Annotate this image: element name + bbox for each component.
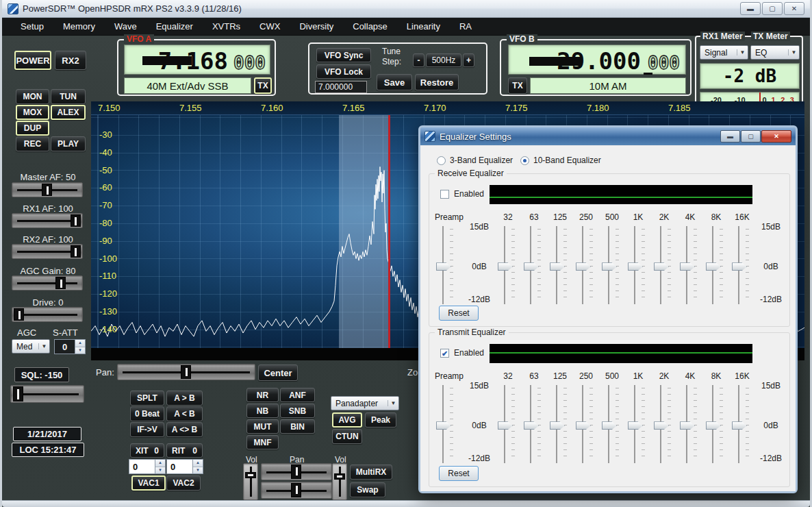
alex-button[interactable]: ALEX [51, 105, 86, 120]
agc-mode-select[interactable]: Med▼ [12, 339, 50, 354]
vfo-a-band-display[interactable]: 40M Ext/Adv SSB [124, 77, 251, 94]
rx-eq-band-slider[interactable] [703, 225, 729, 306]
tx-eq-band-slider[interactable] [677, 384, 703, 465]
dialog-minimize-button[interactable]: ▬ [720, 130, 740, 143]
eq-slider-thumb[interactable] [732, 421, 747, 430]
swap-button[interactable]: Swap [350, 482, 385, 497]
restore-button[interactable]: Restore [415, 74, 459, 90]
vfo-a-frequency-display[interactable]: 7.168 000 [124, 45, 270, 75]
radio-3-band[interactable]: 3-Band Equalizer [437, 156, 513, 165]
menu-item[interactable]: CWX [251, 19, 289, 34]
rit-stepper[interactable]: 0 ▲▼ [166, 459, 203, 474]
eq-slider-thumb[interactable] [628, 421, 643, 430]
menu-item[interactable]: Wave [105, 19, 146, 34]
eq-slider-thumb[interactable] [524, 421, 539, 430]
agc-gain-slider[interactable] [12, 275, 83, 290]
avg-button[interactable]: AVG [332, 412, 362, 428]
bin-button[interactable]: BIN [280, 419, 315, 434]
spin-up-icon[interactable]: ▲ [193, 460, 203, 467]
zero-beat-button[interactable]: 0 Beat [130, 406, 164, 421]
a-swap-b-button[interactable]: A <> B [166, 422, 203, 437]
a-to-b-button[interactable]: A > B [166, 391, 203, 406]
b-to-a-button[interactable]: A < B [166, 406, 203, 421]
sql-button[interactable]: SQL: -150 [14, 367, 69, 382]
menu-item[interactable]: Diversity [290, 19, 342, 34]
rx-eq-band-slider[interactable] [573, 225, 599, 306]
tx-eq-band-slider[interactable] [521, 384, 547, 465]
eq-slider-thumb[interactable] [576, 421, 591, 430]
menu-item[interactable]: Memory [54, 19, 104, 34]
rx-eq-band-slider[interactable] [599, 225, 625, 306]
nr-button[interactable]: NR [246, 388, 279, 402]
vfo-sync-button[interactable]: VFO Sync [316, 48, 371, 62]
eq-slider-thumb[interactable] [706, 421, 721, 430]
multirx-button[interactable]: MultiRX [350, 465, 392, 480]
equalizer-dialog-titlebar[interactable]: Equalizer Settings ▬ ▢ ✕ [420, 127, 796, 145]
eq-slider-thumb[interactable] [550, 421, 565, 430]
rx-eq-band-slider[interactable] [625, 225, 651, 306]
eq-slider-thumb[interactable] [654, 421, 669, 430]
snb-button[interactable]: SNB [280, 404, 315, 418]
rx2-pan-slider[interactable] [261, 482, 332, 499]
menu-item[interactable]: Setup [12, 19, 53, 34]
vfo-a-tx-button[interactable]: TX [254, 77, 272, 94]
menu-item[interactable]: XVTRs [203, 19, 249, 34]
nb-button[interactable]: NB [246, 404, 279, 418]
radio-icon[interactable] [437, 156, 446, 165]
eq-slider-thumb[interactable] [680, 421, 695, 430]
rx-eq-band-slider[interactable] [677, 225, 703, 306]
tune-cursor[interactable] [388, 115, 390, 348]
vfo-b-tx-button[interactable]: TX [508, 77, 527, 94]
spin-up-icon[interactable]: ▲ [155, 460, 165, 467]
eq-slider-thumb[interactable] [576, 262, 591, 271]
step-down-button[interactable]: - [413, 53, 424, 67]
eq-slider-thumb[interactable] [706, 262, 721, 271]
ctun-button[interactable]: CTUN [332, 429, 362, 444]
rx1-pan-slider[interactable] [261, 463, 332, 480]
dialog-close-button[interactable]: ✕ [761, 130, 791, 143]
vfo-lock-button[interactable]: VFO Lock [316, 64, 371, 79]
radio-selected-icon[interactable] [520, 156, 529, 165]
rx-preamp-slider[interactable] [433, 225, 464, 306]
mox-button[interactable]: MOX [16, 105, 49, 120]
if-to-vfo-button[interactable]: IF->V [130, 422, 164, 437]
tun-button[interactable]: TUN [51, 89, 86, 104]
rx-eq-band-slider[interactable] [521, 225, 547, 306]
tx-enabled-checkbox[interactable]: ✔Enabled [440, 348, 484, 358]
eq-slider-thumb[interactable] [628, 262, 643, 271]
vfo-b-frequency-display[interactable]: 29.000 000 [508, 45, 686, 75]
rx1-meter-select[interactable]: Signal▼ [700, 45, 748, 60]
spin-down-icon[interactable]: ▼ [75, 347, 85, 354]
eq-slider-thumb[interactable] [436, 421, 451, 430]
eq-slider-thumb[interactable] [550, 262, 565, 271]
close-button[interactable]: ✕ [784, 2, 804, 15]
tx-meter-select[interactable]: EQ▼ [750, 45, 800, 60]
spin-down-icon[interactable]: ▼ [193, 467, 203, 474]
rx-eq-band-slider[interactable] [729, 225, 755, 306]
tx-eq-band-slider[interactable] [651, 384, 677, 465]
sql-slider[interactable] [10, 385, 84, 403]
eq-slider-thumb[interactable] [732, 262, 747, 271]
mnf-button[interactable]: MNF [246, 435, 279, 449]
rx-eq-band-slider[interactable] [651, 225, 677, 306]
display-pan-slider[interactable] [117, 364, 255, 380]
rx-reset-button[interactable]: Reset [439, 306, 479, 321]
rx1-vol-slider[interactable] [243, 463, 258, 500]
vac1-button[interactable]: VAC1 [131, 475, 166, 491]
eq-slider-thumb[interactable] [602, 262, 617, 271]
tx-preamp-slider[interactable] [433, 384, 464, 465]
eq-slider-thumb[interactable] [498, 421, 513, 430]
tx-eq-band-slider[interactable] [625, 384, 651, 465]
peak-button[interactable]: Peak [365, 412, 396, 428]
spin-up-icon[interactable]: ▲ [75, 340, 85, 347]
menu-item[interactable]: Linearity [398, 19, 449, 34]
checkbox-icon[interactable] [440, 190, 449, 199]
menu-item[interactable]: RA [451, 19, 481, 34]
frequency-entry[interactable]: 7.000000 [315, 81, 367, 93]
eq-slider-thumb[interactable] [654, 262, 669, 271]
vfo-b-band-display[interactable]: 10M AM [530, 77, 686, 94]
eq-slider-thumb[interactable] [498, 262, 513, 271]
tx-eq-band-slider[interactable] [703, 384, 729, 465]
tx-reset-button[interactable]: Reset [439, 466, 479, 481]
spin-down-icon[interactable]: ▼ [155, 467, 165, 474]
